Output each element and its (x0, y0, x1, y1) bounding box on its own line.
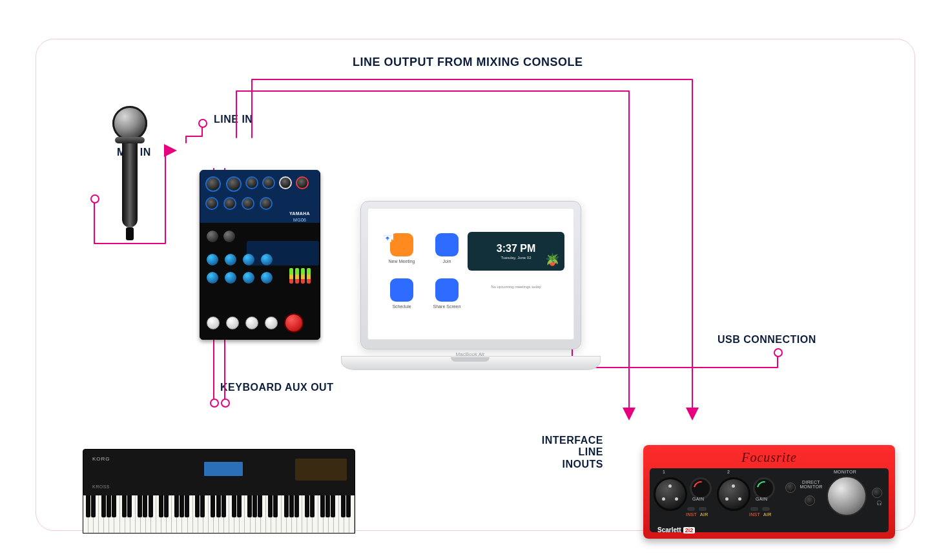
laptop-display: New Meeting Join 19 Schedul (367, 208, 574, 340)
mixer-jack-5 (242, 197, 254, 210)
laptop: New Meeting Join 19 Schedul (341, 201, 599, 388)
diagram-card: LINE OUTPUT FROM MIXING CONSOLE LINE IN … (36, 39, 915, 531)
mixing-console: YAMAHA MG06 (200, 171, 320, 340)
iface-inst-1 (687, 507, 695, 511)
microphone (107, 106, 152, 242)
audio-interface: Focusrite 1 GAIN INST AIR 2 GAIN (643, 445, 895, 539)
mixer-knob-b2 (225, 272, 236, 284)
iface-ch1-label: 1 (663, 470, 665, 474)
mic-grille (112, 106, 147, 141)
headphones-icon: 🎧 (876, 501, 882, 506)
node-kbd-aux-1 (210, 399, 219, 408)
iface-gain-1 (690, 477, 712, 499)
mixer-led-1 (289, 268, 293, 284)
mic-body (122, 143, 138, 227)
zoom-schedule-label: Schedule (392, 304, 411, 309)
zoom-app-grid: New Meeting Join 19 Schedul (382, 233, 466, 324)
zoom-share-label: Share Screen (433, 304, 461, 309)
label-interface-line-inouts: INTERFACE LINE INOUTS (526, 435, 603, 470)
node-line-in (198, 119, 207, 128)
node-kbd-aux-2 (221, 399, 230, 408)
mixer-jack-mic1 (205, 176, 221, 192)
svg-rect-0 (382, 234, 390, 240)
iface-air-1 (699, 507, 707, 511)
zoom-clock-time: 3:37 PM (497, 243, 535, 254)
iface-48v (785, 482, 796, 493)
mixer-knob-a3 (243, 254, 254, 265)
label-usb-connection: USB CONNECTION (718, 334, 816, 346)
zoom-share-screen: Share Screen (428, 278, 466, 324)
keyboard-panel (295, 459, 347, 481)
iface-inst-1-label: INST (686, 512, 697, 517)
mixer-jack-mic2 (226, 176, 242, 192)
zoom-no-meetings: No upcoming meetings today (468, 285, 564, 289)
keyboard-model: KROSS (92, 484, 110, 489)
mixer-jack-line2 (262, 176, 275, 189)
interface-front-panel: 1 GAIN INST AIR 2 GAIN INST AIR (650, 468, 889, 532)
keyboard-brand: KORG (92, 456, 110, 462)
mic-plug (126, 227, 134, 240)
iface-gain-1-label: GAIN (692, 497, 704, 501)
zoom-new-meeting-label: New Meeting (389, 259, 415, 264)
mixer-jack-lineout-R (296, 176, 309, 189)
plus-icon (435, 233, 459, 256)
iface-monitor-label: MONITOR (834, 470, 856, 474)
laptop-notch (451, 357, 490, 362)
plant-icon: 🪴 (545, 253, 559, 267)
mixer-led-3 (301, 268, 305, 284)
iface-xlr-2 (717, 477, 750, 511)
iface-direct-monitor-label: DIRECT MONITOR (798, 480, 824, 489)
mixer-jack-4 (223, 197, 236, 210)
keyboard-black-keys (83, 495, 354, 520)
zoom-new-meeting: New Meeting (382, 233, 421, 278)
iface-monitor-knob (827, 476, 867, 516)
node-mic-cable (90, 194, 99, 203)
zoom-join-label: Join (443, 259, 451, 264)
mixer-gain-2 (223, 231, 235, 242)
iface-xlr-1 (654, 477, 687, 511)
mixer-gain-1 (207, 231, 218, 242)
interface-model-b: 2i2 (683, 527, 696, 534)
iface-inst-2-label: INST (749, 512, 760, 517)
mixer-brand: YAMAHA (289, 211, 310, 216)
mixer-knob-b1 (207, 272, 218, 284)
interface-model: Scarlett2i2 (657, 526, 695, 534)
iface-headphone-jack (872, 488, 882, 498)
video-icon (390, 233, 413, 256)
iface-direct-monitor-btn (805, 495, 815, 506)
mixer-level-3 (245, 316, 258, 329)
mixer-led-4 (307, 268, 311, 284)
node-usb (774, 348, 783, 357)
mixer-jack-line1 (245, 176, 258, 189)
iface-gain-2 (753, 477, 775, 499)
label-keyboard-aux-out: KEYBOARD AUX OUT (220, 382, 333, 393)
mixer-jack-lineout-L (279, 176, 292, 189)
mixer-model: MG06 (293, 218, 306, 222)
mixer-knob-a4 (261, 254, 273, 265)
zoom-join: Join (428, 233, 466, 278)
interface-model-a: Scarlett (657, 526, 681, 534)
laptop-screen: New Meeting Join 19 Schedul (360, 201, 581, 349)
mixer-power-button (284, 313, 304, 333)
zoom-clock-date: Tuesday, June 02 (501, 256, 531, 260)
keyboard-body: KORG KROSS (83, 449, 355, 497)
mixer-jack-6 (260, 197, 273, 210)
mic-ring (115, 137, 145, 143)
label-line-output: LINE OUTPUT FROM MIXING CONSOLE (353, 56, 583, 69)
mixer-level-2 (226, 316, 239, 329)
mixer-level-4 (265, 316, 278, 329)
mixer-knob-b4 (261, 272, 273, 284)
iface-air-2 (762, 507, 770, 511)
mixer-jack-3 (205, 197, 218, 210)
keyboard-lcd (203, 461, 243, 477)
iface-ch2-label: 2 (727, 470, 730, 474)
mixer-level-1 (207, 316, 220, 329)
mixer-knob-a1 (207, 254, 218, 265)
iface-air-1-label: AIR (700, 512, 708, 517)
midi-keyboard: KORG KROSS (83, 449, 354, 539)
mixer-led-2 (295, 268, 299, 284)
mixer-knob-b3 (243, 272, 254, 284)
calendar-icon: 19 (390, 278, 413, 302)
zoom-time-card: 3:37 PM Tuesday, June 02 🪴 (468, 232, 564, 271)
diagram-stage: LINE OUTPUT FROM MIXING CONSOLE LINE IN … (0, 0, 950, 560)
